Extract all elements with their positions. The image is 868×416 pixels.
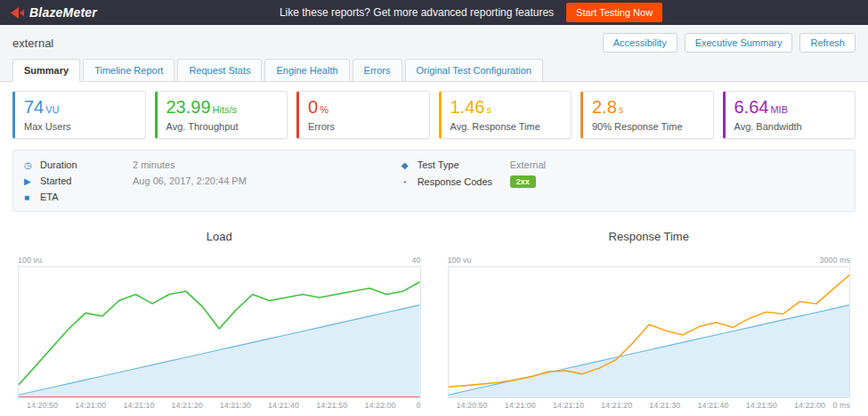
x-axis-ticks: 14:20:5014:21:0014:21:1014:21:2014:21:30…: [448, 401, 826, 410]
info-value: Aug 06, 2017, 2:20:44 PM: [133, 175, 247, 186]
info-row-duration: ◷ Duration 2 minutes: [24, 157, 402, 173]
kpi-number: 1.46: [450, 97, 485, 117]
y-axis-right-label: 3000 ms: [819, 256, 850, 265]
x-axis-row: 14:20:5014:21:0014:21:1014:21:2014:21:30…: [448, 398, 851, 410]
kpi-unit: s: [486, 104, 491, 115]
response-time-chart-panel: Response Time 100 vu 3000 ms 14:20:5014:…: [448, 221, 851, 416]
header-actions: Accessibility Executive Summary Refresh: [603, 33, 856, 53]
info-row-started: ▶ Started Aug 06, 2017, 2:20:44 PM: [24, 173, 402, 189]
kpi-label: Max Users: [24, 121, 136, 132]
clock-icon: ◷: [24, 160, 40, 170]
kpi-row: 74VU Max Users 23.99Hits/s Avg. Throughp…: [0, 82, 868, 146]
kpi-number: 23.99: [166, 97, 211, 117]
start-testing-button[interactable]: Start Testing Now: [566, 3, 662, 22]
info-label: Started: [40, 175, 133, 186]
chart-title: Response Time: [448, 221, 851, 256]
response-codes-icon: ◔: [402, 177, 418, 187]
kpi-card: 6.64MIB Avg. Bandwidth: [723, 91, 856, 139]
tag-icon: ◆: [402, 160, 418, 170]
y-axis-right-bottom-label: 0: [396, 401, 421, 410]
info-row-eta: ■ ETA: [24, 189, 402, 205]
brand-name: BlazeMeter: [29, 5, 97, 20]
report-tabs: Summary Timeline Report Request Stats En…: [0, 59, 868, 82]
x-axis-tick: 14:21:10: [553, 401, 584, 410]
kpi-label: Avg. Response Time: [450, 121, 563, 132]
load-chart-legend: UsersHits/sError(s): [18, 410, 421, 416]
tab-errors[interactable]: Errors: [353, 59, 402, 82]
kpi-number: 0: [308, 97, 318, 117]
load-chart: [18, 266, 421, 398]
x-axis-tick: 14:22:00: [794, 401, 825, 410]
summary-content: 74VU Max Users 23.99Hits/s Avg. Throughp…: [0, 82, 868, 416]
kpi-value: 74VU: [24, 97, 136, 119]
kpi-label: Errors: [308, 121, 420, 132]
info-label: Test Type: [418, 159, 510, 170]
axis-top-labels: 100 vu 3000 ms: [448, 256, 851, 266]
info-row-test-type: ◆ Test Type External: [402, 157, 844, 173]
x-axis-tick: 14:21:50: [316, 401, 347, 410]
tab-engine-health[interactable]: Engine Health: [264, 59, 349, 82]
x-axis-tick: 14:21:10: [123, 401, 154, 410]
y-axis-right-bottom-label: 0 ms: [825, 401, 850, 410]
tab-timeline-report[interactable]: Timeline Report: [83, 59, 174, 82]
info-row-response-codes: ◔ Response Codes 2xx: [402, 173, 844, 191]
response-time-chart-legend: UsersResponse Time: [448, 410, 851, 416]
kpi-unit: s: [619, 104, 624, 115]
tab-original-test-configuration[interactable]: Original Test Configuration: [405, 59, 543, 82]
info-col-left: ◷ Duration 2 minutes ▶ Started Aug 06, 2…: [24, 157, 402, 205]
load-chart-panel: Load 100 vu 40 14:20:5014:21:0014:21:101…: [18, 221, 421, 416]
x-axis-tick: 14:21:40: [268, 401, 299, 410]
info-label: ETA: [40, 192, 133, 202]
info-value: 2 minutes: [133, 159, 175, 170]
chart-title: Load: [18, 221, 421, 256]
page-title: external: [12, 37, 53, 50]
top-bar: BlazeMeter Like these reports? Get more …: [0, 0, 868, 25]
kpi-card: 74VU Max Users: [12, 91, 146, 139]
x-axis-tick: 14:21:00: [505, 401, 536, 410]
kpi-card: 23.99Hits/s Avg. Throughput: [155, 91, 288, 139]
kpi-value: 23.99Hits/s: [166, 97, 279, 119]
stop-icon: ■: [24, 192, 40, 202]
kpi-value: 6.64MIB: [734, 97, 847, 119]
executive-summary-button[interactable]: Executive Summary: [685, 33, 793, 53]
charts-row: Load 100 vu 40 14:20:5014:21:0014:21:101…: [0, 217, 868, 416]
header-row: external Accessibility Executive Summary…: [0, 25, 868, 59]
kpi-number: 6.64: [734, 97, 769, 117]
y-axis-left-label: 100 vu: [18, 256, 42, 265]
response-codes-badge[interactable]: 2xx: [510, 175, 536, 188]
x-axis-tick: 14:21:50: [746, 401, 777, 410]
kpi-number: 2.8: [592, 97, 617, 117]
play-icon: ▶: [24, 176, 40, 186]
kpi-card: 1.46s Avg. Response Time: [439, 91, 572, 139]
accessibility-button[interactable]: Accessibility: [603, 33, 677, 53]
tab-summary[interactable]: Summary: [12, 59, 80, 82]
kpi-value: 2.8s: [592, 97, 704, 119]
test-info-strip: ◷ Duration 2 minutes ▶ Started Aug 06, 2…: [12, 150, 856, 212]
x-axis-tick: 14:20:50: [27, 401, 58, 410]
kpi-number: 74: [24, 97, 44, 117]
kpi-unit: Hits/s: [213, 104, 238, 115]
x-axis-tick: 14:22:00: [364, 401, 395, 410]
info-label: Duration: [40, 159, 133, 170]
kpi-unit: %: [320, 104, 329, 115]
kpi-label: Avg. Bandwidth: [734, 121, 847, 132]
kpi-label: Avg. Throughput: [166, 121, 279, 132]
y-axis-right-label: 40: [411, 256, 420, 265]
info-col-right: ◆ Test Type External ◔ Response Codes 2x…: [402, 157, 844, 205]
refresh-button[interactable]: Refresh: [799, 33, 856, 53]
x-axis-tick: 14:21:40: [698, 401, 729, 410]
axis-top-labels: 100 vu 40: [18, 256, 421, 266]
x-axis-tick: 14:21:20: [601, 401, 632, 410]
blazemeter-logo[interactable]: BlazeMeter: [11, 5, 97, 20]
kpi-unit: VU: [45, 104, 59, 115]
tab-request-stats[interactable]: Request Stats: [177, 59, 262, 82]
y-axis-left-label: 100 vu: [448, 256, 472, 265]
kpi-unit: MIB: [770, 104, 788, 115]
promo-text: Like these reports? Get more advanced re…: [280, 6, 554, 19]
x-axis-ticks: 14:20:5014:21:0014:21:1014:21:2014:21:30…: [18, 401, 396, 410]
kpi-value: 0%: [308, 97, 420, 119]
x-axis-row: 14:20:5014:21:0014:21:1014:21:2014:21:30…: [18, 398, 421, 410]
x-axis-tick: 14:21:30: [220, 401, 251, 410]
info-value: External: [510, 159, 546, 170]
kpi-value: 1.46s: [450, 97, 563, 119]
